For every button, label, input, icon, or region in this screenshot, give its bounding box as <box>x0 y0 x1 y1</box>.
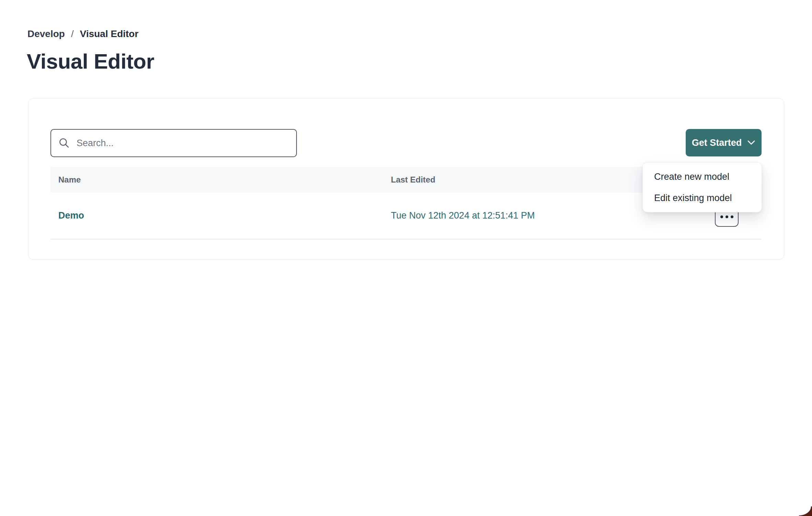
search-icon <box>59 138 70 149</box>
visual-editor-page: Develop / Visual Editor Visual Editor Ge… <box>0 0 812 516</box>
breadcrumb-current: Visual Editor <box>80 28 139 40</box>
model-link-demo[interactable]: Demo <box>58 210 84 221</box>
get-started-dropdown-menu: Create new model Edit existing model <box>642 162 762 212</box>
search-input[interactable] <box>76 138 269 149</box>
menu-item-edit-existing-model[interactable]: Edit existing model <box>643 187 762 209</box>
get-started-label: Get Started <box>692 138 742 148</box>
search-box[interactable] <box>50 129 297 157</box>
breadcrumb-separator: / <box>71 28 74 40</box>
corner-artifact <box>799 506 812 516</box>
page-title: Visual Editor <box>27 50 154 73</box>
get-started-button[interactable]: Get Started <box>686 129 762 156</box>
chevron-down-icon <box>747 140 755 145</box>
menu-item-create-new-model[interactable]: Create new model <box>643 166 762 187</box>
row-name-cell: Demo <box>50 210 391 221</box>
ellipsis-icon <box>720 215 733 218</box>
table-header-name: Name <box>50 175 391 185</box>
breadcrumb: Develop / Visual Editor <box>27 28 138 40</box>
breadcrumb-link-develop[interactable]: Develop <box>27 28 65 40</box>
